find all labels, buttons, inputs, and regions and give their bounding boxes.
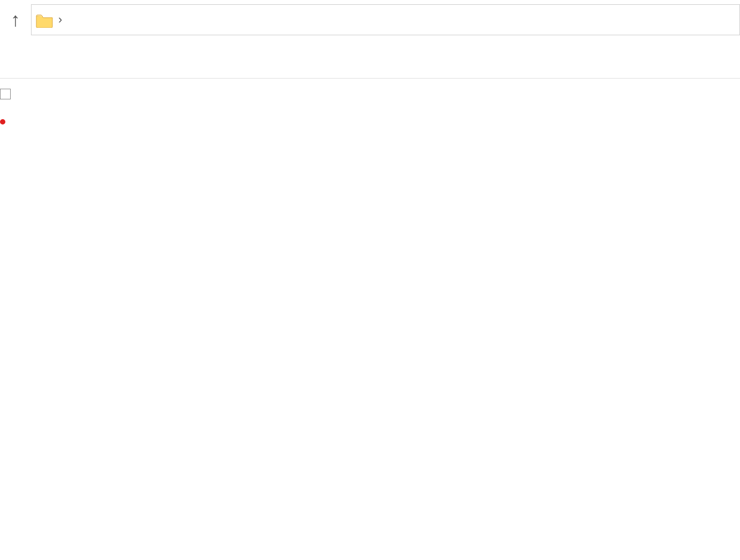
nav-up-button[interactable]: ↑	[0, 0, 31, 40]
breadcrumb: ↑ ›	[0, 0, 740, 40]
folder-icon	[36, 13, 51, 26]
chevron-right-icon: ›	[58, 13, 62, 27]
address-bar[interactable]: ›	[31, 4, 740, 35]
column-headers	[0, 79, 740, 110]
arrow-up-icon: ↑	[11, 9, 20, 31]
select-all-checkbox[interactable]	[0, 89, 24, 99]
tab-strip	[0, 43, 740, 79]
annotation-highlight	[0, 119, 5, 125]
file-list	[0, 110, 740, 119]
